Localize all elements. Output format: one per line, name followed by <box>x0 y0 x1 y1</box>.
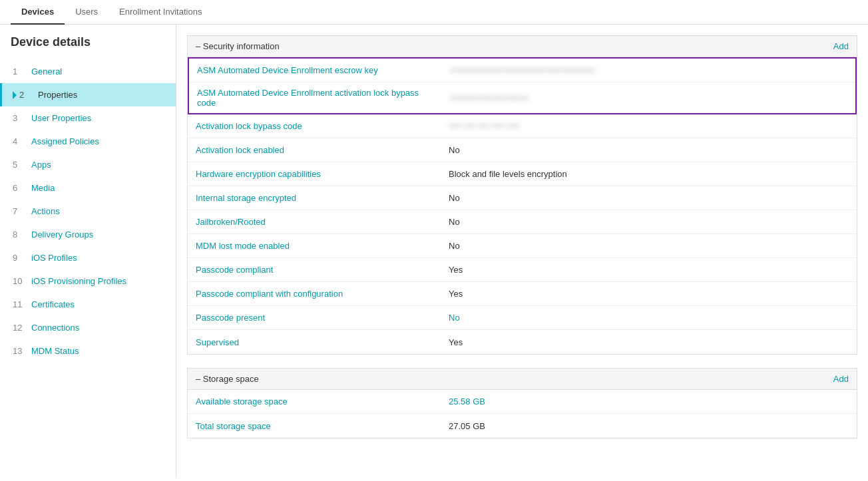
row-key: ASM Automated Device Enrollment activati… <box>189 82 442 113</box>
sidebar-item-label: iOS Provisioning Profiles <box>31 276 126 286</box>
table-row: Available storage space25.58 GB <box>188 390 857 414</box>
row-value: Yes <box>441 259 857 280</box>
sidebar-item-apps[interactable]: 5Apps <box>0 153 176 176</box>
table-row: ASM Automated Device Enrollment escrow k… <box>189 59 855 82</box>
sidebar-item-ios-profiles[interactable]: 9iOS Profiles <box>0 246 176 269</box>
row-key: MDM lost mode enabled <box>188 236 441 256</box>
sidebar-item-number: 2 <box>19 90 33 100</box>
row-value: No <box>441 188 857 208</box>
row-key: Supervised <box>188 332 441 353</box>
sidebar-item-label: Apps <box>31 160 51 170</box>
content-area: – Security informationAddASM Automated D… <box>176 25 868 478</box>
section-security: – Security informationAddASM Automated D… <box>187 35 857 355</box>
sidebar-item-ios-provisioning-profiles[interactable]: 10iOS Provisioning Profiles <box>0 269 176 293</box>
table-row: Total storage space27.05 GB <box>188 414 857 438</box>
row-key: Available storage space <box>188 391 441 412</box>
sidebar-item-number: 8 <box>13 230 26 240</box>
section-header: – Security informationAdd <box>188 36 857 57</box>
sidebar-item-label: Delivery Groups <box>31 230 93 240</box>
section-add-button[interactable]: Add <box>833 374 849 384</box>
sidebar-item-number: 10 <box>13 276 26 286</box>
sidebar-item-label: MDM Status <box>31 346 79 356</box>
section-add-button[interactable]: Add <box>833 41 849 51</box>
sidebar-item-number: 6 <box>13 183 26 193</box>
table-row: Jailbroken/RootedNo <box>188 210 857 234</box>
row-key: Hardware encryption capabilities <box>188 164 441 184</box>
sidebar-item-connections[interactable]: 12Connections <box>0 316 176 339</box>
highlighted-group: ASM Automated Device Enrollment escrow k… <box>188 57 857 114</box>
row-value: Yes <box>441 332 857 353</box>
sidebar-item-number: 11 <box>13 299 26 309</box>
sidebar-item-mdm-status[interactable]: 13MDM Status <box>0 339 176 363</box>
sidebar-title: Device details <box>0 35 176 60</box>
section-title: – Security information <box>196 41 280 51</box>
row-key: Passcode compliant <box>188 259 441 280</box>
row-key: ASM Automated Device Enrollment escrow k… <box>189 60 442 80</box>
row-key: Passcode present <box>188 307 441 328</box>
sidebar-item-assigned-policies[interactable]: 4Assigned Policies <box>0 130 176 153</box>
sidebar-item-number: 7 <box>13 206 26 216</box>
row-key: Internal storage encrypted <box>188 188 441 208</box>
sidebar-item-properties[interactable]: 2Properties <box>0 83 176 106</box>
sidebar-item-label: iOS Profiles <box>31 253 77 263</box>
sidebar-item-number: 4 <box>13 136 26 146</box>
row-key: Passcode compliant with configuration <box>188 283 441 304</box>
sidebar-item-label: Connections <box>31 323 79 333</box>
tab-enrollment[interactable]: Enrollment Invitations <box>108 0 212 25</box>
sidebar-item-number: 1 <box>13 67 26 77</box>
sidebar-item-number: 5 <box>13 160 26 170</box>
row-value: No <box>441 236 857 256</box>
sidebar-item-user-properties[interactable]: 3User Properties <box>0 106 176 130</box>
sidebar-item-delivery-groups[interactable]: 8Delivery Groups <box>0 223 176 246</box>
table-row: Passcode compliant with configurationYes <box>188 282 857 306</box>
table-row: SupervisedYes <box>188 330 857 354</box>
sidebar-item-general[interactable]: 1General <box>0 60 176 83</box>
sidebar-item-number: 12 <box>13 323 26 333</box>
row-value: Block and file levels encryption <box>441 164 857 184</box>
row-value: •••••••••••••••••••••••••• <box>442 88 855 108</box>
row-key: Jailbroken/Rooted <box>188 212 441 232</box>
section-title: – Storage space <box>196 374 259 384</box>
sidebar-item-label: Properties <box>38 90 77 100</box>
sidebar-item-label: Media <box>31 183 55 193</box>
top-nav: Devices Users Enrollment Invitations <box>0 0 868 25</box>
sidebar-item-label: Certificates <box>31 299 75 309</box>
table-row: Hardware encryption capabilitiesBlock an… <box>188 162 857 186</box>
row-value: 25.58 GB <box>441 391 857 412</box>
table-row: Passcode compliantYes <box>188 258 857 282</box>
row-value: ••••••••••••••••••••••••••••••••••••••••… <box>442 60 855 80</box>
row-value: No <box>441 140 857 160</box>
tab-devices[interactable]: Devices <box>11 0 65 25</box>
tab-bar: Devices Users Enrollment Invitations <box>0 0 868 25</box>
row-value: •••• •••• •••• •••• •••• <box>441 116 857 136</box>
row-value: No <box>441 212 857 232</box>
section-header: – Storage spaceAdd <box>188 369 857 390</box>
sidebar-item-number: 13 <box>13 346 26 356</box>
sidebar-item-actions[interactable]: 7Actions <box>0 200 176 223</box>
tab-users[interactable]: Users <box>65 0 108 25</box>
sidebar-item-number: 3 <box>13 113 26 123</box>
sidebar-item-number: 9 <box>13 253 26 263</box>
table-row: ASM Automated Device Enrollment activati… <box>189 82 855 113</box>
row-key: Activation lock bypass code <box>188 116 441 136</box>
row-key: Activation lock enabled <box>188 140 441 160</box>
row-value: No <box>441 307 857 328</box>
table-row: MDM lost mode enabledNo <box>188 234 857 258</box>
table-row: Activation lock enabledNo <box>188 138 857 162</box>
sidebar-item-media[interactable]: 6Media <box>0 176 176 200</box>
row-value: Yes <box>441 283 857 304</box>
row-value: 27.05 GB <box>441 416 857 436</box>
sidebar-item-label: Actions <box>31 206 60 216</box>
sidebar-item-label: General <box>31 67 62 77</box>
sidebar: Device details 1General2Properties3User … <box>0 25 176 478</box>
active-indicator-icon <box>13 91 17 99</box>
sidebar-item-label: Assigned Policies <box>31 136 99 146</box>
table-row: Passcode presentNo <box>188 306 857 330</box>
row-key: Total storage space <box>188 416 441 436</box>
main-layout: Device details 1General2Properties3User … <box>0 25 868 478</box>
sidebar-item-label: User Properties <box>31 113 91 123</box>
table-row: Activation lock bypass code•••• •••• •••… <box>188 114 857 138</box>
section-storage: – Storage spaceAddAvailable storage spac… <box>187 368 857 438</box>
sidebar-item-certificates[interactable]: 11Certificates <box>0 293 176 316</box>
table-row: Internal storage encryptedNo <box>188 186 857 210</box>
